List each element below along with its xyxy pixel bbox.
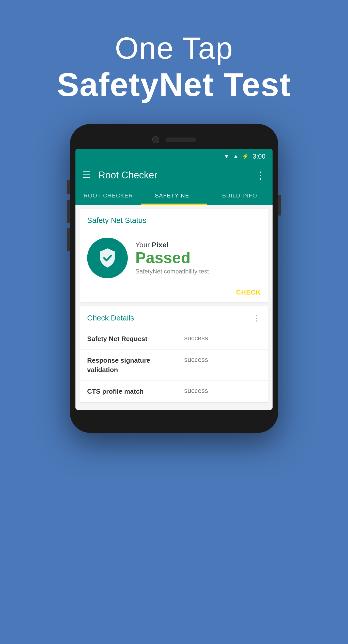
detail-label-0: Safety Net Request <box>87 334 179 343</box>
shield-circle <box>87 238 128 278</box>
tab-safety-net[interactable]: SAFETY NET <box>141 187 207 205</box>
detail-row-2: CTS profile match success <box>80 381 268 402</box>
volume-up-button <box>67 200 70 223</box>
phone-top-bar <box>75 132 273 149</box>
check-details-card: Check Details ⋮ Safety Net Request succe… <box>80 306 268 402</box>
check-button[interactable]: CHECK <box>236 288 261 296</box>
hero-section: One Tap SafetyNet Test <box>0 0 348 119</box>
passed-text: Passed <box>135 249 261 266</box>
status-time: 3:00 <box>252 152 265 160</box>
phone-bottom <box>75 410 273 420</box>
shield-check-icon <box>96 247 119 269</box>
pass-info: Your Pixel Passed SafetyNet compatibilit… <box>135 241 261 275</box>
tab-root-checker[interactable]: ROOT CHECKER <box>75 187 141 205</box>
phone-frame: ▼ ▲ ⚡ 3:00 ☰ Root Checker ⋮ ROOT CHECKER… <box>70 124 278 433</box>
overflow-menu-icon[interactable]: ⋮ <box>255 169 265 181</box>
detail-row-1: Response signature validation success <box>80 350 268 381</box>
phone-wrapper: ▼ ▲ ⚡ 3:00 ☰ Root Checker ⋮ ROOT CHECKER… <box>0 124 348 433</box>
wifi-icon: ▼ <box>224 153 230 160</box>
app-title: Root Checker <box>98 170 255 181</box>
hero-line1: One Tap <box>0 30 348 66</box>
tab-build-info[interactable]: BUILD INFO <box>207 187 273 205</box>
check-details-overflow-icon[interactable]: ⋮ <box>253 313 261 323</box>
detail-value-0: success <box>184 334 261 342</box>
status-bar: ▼ ▲ ⚡ 3:00 <box>75 149 273 164</box>
detail-row-0: Safety Net Request success <box>80 328 268 350</box>
check-details-title: Check Details <box>87 314 134 322</box>
safety-net-card-header: Safety Net Status <box>80 209 268 230</box>
silent-button <box>67 180 70 194</box>
hamburger-icon[interactable]: ☰ <box>83 170 91 180</box>
compat-text: SafetyNet compatibility test <box>135 268 261 275</box>
check-button-area: CHECK <box>80 286 268 302</box>
safety-net-card-body: Your Pixel Passed SafetyNet compatibilit… <box>80 230 268 286</box>
detail-value-2: success <box>184 387 261 395</box>
phone-screen: ▼ ▲ ⚡ 3:00 ☰ Root Checker ⋮ ROOT CHECKER… <box>75 149 273 410</box>
safety-net-card-title: Safety Net Status <box>87 216 146 224</box>
power-button <box>278 195 281 216</box>
battery-icon: ⚡ <box>242 153 249 160</box>
signal-icon: ▲ <box>233 153 239 160</box>
tab-bar: ROOT CHECKER SAFETY NET BUILD INFO <box>75 187 273 205</box>
check-details-header: Check Details ⋮ <box>80 306 268 328</box>
detail-value-1: success <box>184 356 261 364</box>
app-toolbar: ☰ Root Checker ⋮ <box>75 164 273 187</box>
detail-label-2: CTS profile match <box>87 387 179 396</box>
detail-label-1: Response signature validation <box>87 356 179 374</box>
content-area: Safety Net Status <box>75 205 273 410</box>
front-camera <box>152 136 159 143</box>
earpiece-speaker <box>165 137 196 142</box>
volume-down-button <box>67 228 70 251</box>
device-label: Your Pixel <box>135 241 261 249</box>
hero-line2: SafetyNet Test <box>0 66 348 104</box>
safety-net-status-card: Safety Net Status <box>80 209 268 302</box>
